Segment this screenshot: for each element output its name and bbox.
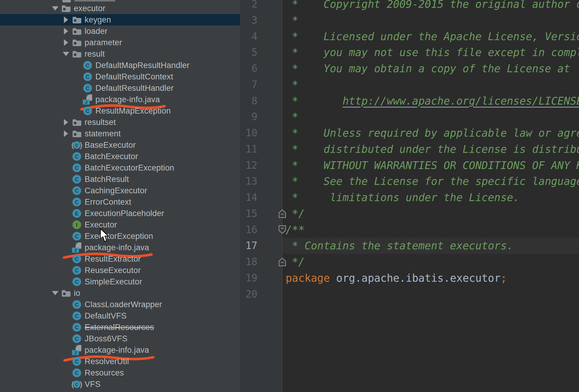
tree-item-vfs[interactable]: ( C )VFS bbox=[0, 379, 240, 390]
code-line-9[interactable]: * bbox=[282, 109, 579, 125]
class-icon: C bbox=[82, 60, 93, 71]
tree-item-label: BatchExecutor bbox=[85, 152, 138, 161]
tree-item-batchresult[interactable]: CBatchResult bbox=[0, 174, 240, 185]
chevron-collapsed-icon[interactable] bbox=[61, 128, 71, 139]
code-line-15[interactable]: */ bbox=[282, 206, 579, 222]
chevron-expanded-icon[interactable] bbox=[50, 287, 61, 299]
svg-text:C: C bbox=[75, 313, 79, 319]
tree-item-batchexecutorexception[interactable]: CBatchExecutorException bbox=[0, 162, 240, 174]
tree-item-package-info-java[interactable]: Jpackage-info.java bbox=[0, 242, 240, 253]
tree-item-loader[interactable]: loader bbox=[0, 25, 240, 37]
arrow-slot-empty bbox=[61, 333, 71, 344]
tree-item-label: ReuseExecutor bbox=[85, 266, 141, 275]
code-line-19[interactable]: package org.apache.ibatis.executor; bbox=[282, 270, 579, 286]
code-line-11[interactable]: * distributed under the License is distr… bbox=[282, 141, 579, 157]
arrow-slot-empty bbox=[61, 208, 71, 219]
tree-item-executor[interactable]: IExecutor bbox=[0, 219, 240, 230]
code-segment: * Unless required by applicable law or a… bbox=[286, 127, 579, 139]
arrow-slot-empty bbox=[71, 94, 82, 105]
tree-item-label: DefaultResultHandler bbox=[95, 84, 174, 93]
chevron-collapsed-icon[interactable] bbox=[61, 37, 71, 48]
chevron-collapsed-icon[interactable] bbox=[61, 117, 71, 128]
tree-item-errorcontext[interactable]: CErrorContext bbox=[0, 196, 240, 208]
tree-item-label: resultset bbox=[85, 118, 116, 127]
folder-icon bbox=[72, 38, 82, 47]
editor-gutter[interactable]: 234567891011121314151617181920 bbox=[240, 0, 282, 392]
folder-icon bbox=[72, 49, 82, 59]
code-line-16[interactable]: /** bbox=[282, 222, 579, 238]
tree-item-package-info-java[interactable]: Jpackage-info.java bbox=[0, 94, 240, 105]
fold-end-marker-icon[interactable] bbox=[278, 257, 286, 266]
svg-text:C: C bbox=[75, 154, 79, 160]
code-line-4[interactable]: * Licensed under the Apache License, Ver… bbox=[282, 28, 579, 45]
code-segment: * You may obtain a copy of the License a… bbox=[286, 63, 570, 75]
tree-item-defaultvfs[interactable]: CDefaultVFS bbox=[0, 310, 240, 322]
code-line-5[interactable]: * you may not use this file except in co… bbox=[282, 44, 579, 61]
class-icon: C bbox=[82, 82, 93, 94]
code-line-20[interactable] bbox=[282, 286, 579, 302]
class-icon: C bbox=[72, 299, 82, 310]
class-icon: C bbox=[71, 185, 82, 196]
tree-item-result[interactable]: result bbox=[0, 48, 240, 60]
tree-item-label: keygen bbox=[85, 15, 111, 25]
tree-item-cachingexecutor[interactable]: CCachingExecutor bbox=[0, 185, 240, 196]
code-line-14[interactable]: * limitations under the License. bbox=[282, 189, 579, 206]
tree-item-defaultmapresulthandler[interactable]: CDefaultMapResultHandler bbox=[0, 60, 240, 71]
code-line-6[interactable]: * You may obtain a copy of the License a… bbox=[282, 61, 579, 77]
code-line-8[interactable]: * http://www.apache.org/licenses/LICENSE… bbox=[282, 93, 579, 109]
tree-item-parameter[interactable]: parameter bbox=[0, 37, 240, 48]
code-line-17[interactable]: * Contains the statement executors. bbox=[282, 238, 579, 254]
line-number: 10 bbox=[240, 125, 257, 141]
fold-start-marker-icon[interactable] bbox=[278, 225, 286, 234]
tree-item-keygen[interactable]: keygen bbox=[0, 14, 240, 25]
svg-text:): ) bbox=[80, 380, 82, 389]
tree-item-executor[interactable]: executor bbox=[0, 3, 240, 14]
line-number: 17 bbox=[240, 238, 257, 254]
tree-item-defaultresulthandler[interactable]: CDefaultResultHandler bbox=[0, 82, 240, 94]
tree-item-simpleexecutor[interactable]: CSimpleExecutor bbox=[0, 276, 240, 287]
tree-item-defaultresultcontext[interactable]: CDefaultResultContext bbox=[0, 71, 240, 82]
code-line-12[interactable]: * WITHOUT WARRANTIES OR CONDITIONS OF AN… bbox=[282, 157, 579, 174]
tree-item-executorexception[interactable]: CExecutorException bbox=[0, 230, 240, 242]
tree-item-io[interactable]: io bbox=[0, 287, 240, 299]
tree-item-package-info-java[interactable]: Jpackage-info.java bbox=[0, 344, 240, 356]
tree-item-resultset[interactable]: resultset bbox=[0, 117, 240, 128]
code-line-13[interactable]: * See the License for the specific langu… bbox=[282, 173, 579, 189]
tree-item-batchexecutor[interactable]: CBatchExecutor bbox=[0, 151, 240, 162]
editor-code-area[interactable]: * Copyright 2009-2015 the original autho… bbox=[282, 0, 579, 392]
chevron-collapsed-icon[interactable] bbox=[61, 14, 71, 25]
svg-text:C: C bbox=[86, 63, 90, 69]
code-segment: * distributed under the License is distr… bbox=[286, 143, 579, 155]
code-line-7[interactable]: * bbox=[282, 77, 579, 93]
tree-item-executionplaceholder[interactable]: EExecutionPlaceholder bbox=[0, 208, 240, 219]
tree-item-label: Resources bbox=[85, 368, 124, 378]
arrow-slot-empty bbox=[61, 185, 71, 196]
mouse-cursor-icon bbox=[100, 228, 109, 243]
tree-item-statement[interactable]: statement bbox=[0, 128, 240, 139]
code-line-3[interactable]: * bbox=[282, 12, 579, 28]
tree-item-externalresources[interactable]: CExternalResources bbox=[0, 322, 240, 333]
java-file-icon: J bbox=[71, 344, 82, 356]
svg-text:C: C bbox=[75, 233, 79, 239]
class-icon: C bbox=[72, 322, 82, 332]
code-line-10[interactable]: * Unless required by applicable law or a… bbox=[282, 125, 579, 141]
folder-icon bbox=[61, 287, 71, 299]
tree-item-resultextractor[interactable]: CResultExtractor bbox=[0, 253, 240, 265]
chevron-expanded-icon[interactable] bbox=[50, 3, 61, 14]
tree-item-resolverutil[interactable]: CResolverUtil bbox=[0, 356, 240, 367]
tree-item-baseexecutor[interactable]: ( C )BaseExecutor bbox=[0, 139, 240, 151]
line-number: 19 bbox=[240, 270, 257, 286]
chevron-expanded-icon[interactable] bbox=[61, 48, 71, 60]
code-line-2[interactable]: * Copyright 2009-2015 the original autho… bbox=[282, 0, 579, 12]
tree-item-resultmapexception[interactable]: CResultMapException bbox=[0, 105, 240, 117]
tree-item-reuseexecutor[interactable]: CReuseExecutor bbox=[0, 265, 240, 276]
tree-item-classloaderwrapper[interactable]: CClassLoaderWrapper bbox=[0, 299, 240, 310]
tree-item-jboss6vfs[interactable]: CJBoss6VFS bbox=[0, 333, 240, 344]
folder-icon bbox=[72, 129, 82, 138]
chevron-collapsed-icon[interactable] bbox=[61, 25, 71, 37]
tree-item-resources[interactable]: CResources bbox=[0, 367, 240, 379]
code-segment: package bbox=[286, 272, 330, 284]
tree-item-label: JBoss6VFS bbox=[85, 334, 128, 343]
code-line-18[interactable]: */ bbox=[282, 254, 579, 270]
fold-end-marker-icon[interactable] bbox=[278, 209, 286, 218]
